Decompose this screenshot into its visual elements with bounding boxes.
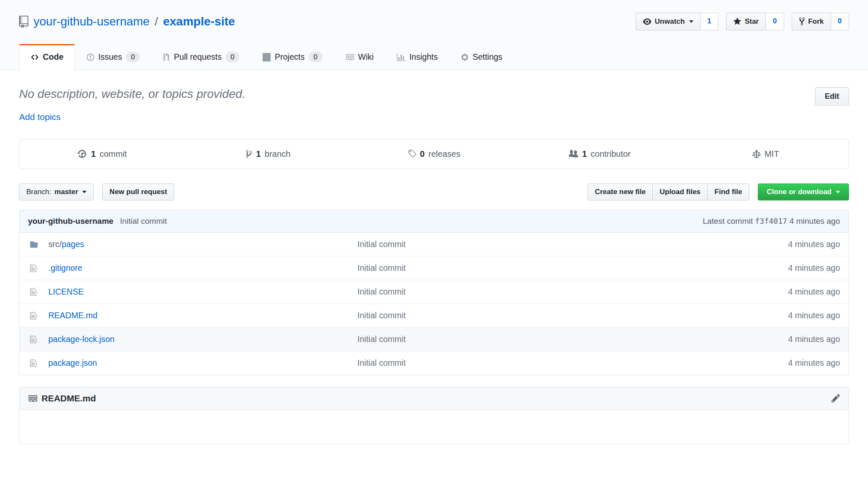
graph-icon xyxy=(397,52,406,62)
fork-button[interactable]: Fork xyxy=(792,13,831,31)
tab-code[interactable]: Code xyxy=(19,44,75,70)
file-actions-group: Create new file Upload files Find file xyxy=(587,184,749,200)
tab-pull-requests[interactable]: Pull requests 0 xyxy=(151,44,251,70)
releases-label: releases xyxy=(428,149,461,159)
commit-message-link[interactable]: Initial commit xyxy=(357,334,406,344)
license-stat[interactable]: MIT xyxy=(683,139,849,169)
repo-owner-link[interactable]: your-github-username xyxy=(33,15,150,28)
commits-stat[interactable]: 1 commit xyxy=(19,139,185,169)
forks-count[interactable]: 0 xyxy=(831,13,849,31)
tab-wiki[interactable]: Wiki xyxy=(334,44,385,70)
create-new-file-button[interactable]: Create new file xyxy=(587,184,652,200)
repo-stats-bar: 1 commit 1 branch 0 releases 1 contribut… xyxy=(19,139,849,169)
tab-wiki-label: Wiki xyxy=(358,52,374,62)
folder-path-prefix: src/ xyxy=(48,239,61,249)
file-name: LICENSE xyxy=(48,287,83,296)
releases-stat[interactable]: 0 releases xyxy=(351,139,517,169)
contributors-count: 1 xyxy=(582,149,587,159)
branches-count: 1 xyxy=(256,149,261,159)
chevron-down-icon xyxy=(836,191,840,193)
upload-files-button[interactable]: Upload files xyxy=(652,184,707,200)
commit-sha-link[interactable]: f3f4017 xyxy=(755,217,787,225)
file-name: pages xyxy=(61,239,84,249)
commit-message-link[interactable]: Initial commit xyxy=(357,358,406,367)
new-pull-request-button[interactable]: New pull request xyxy=(102,184,174,200)
file-link[interactable]: LICENSE xyxy=(48,287,83,296)
tab-settings[interactable]: Settings xyxy=(449,44,514,70)
commits-count: 1 xyxy=(91,149,96,159)
watchers-count[interactable]: 1 xyxy=(701,13,718,31)
file-age: 4 minutes ago xyxy=(713,334,840,344)
tab-insights-label: Insights xyxy=(409,52,438,62)
commit-message-link[interactable]: Initial commit xyxy=(357,263,406,273)
branches-label: branch xyxy=(264,149,290,159)
book-icon xyxy=(345,52,354,62)
readme-section: README.md xyxy=(19,387,849,444)
tab-projects[interactable]: Projects 0 xyxy=(251,44,334,70)
unwatch-button[interactable]: Unwatch xyxy=(636,13,701,31)
chevron-down-icon xyxy=(82,191,86,193)
commit-message-link[interactable]: Initial commit xyxy=(357,239,406,249)
file-link[interactable]: package.json xyxy=(48,358,97,367)
law-icon xyxy=(752,149,761,159)
file-age: 4 minutes ago xyxy=(713,287,840,297)
tab-code-label: Code xyxy=(43,52,64,62)
file-link[interactable]: src/pages xyxy=(48,239,84,249)
commit-time: 4 minutes ago xyxy=(790,217,840,225)
table-row: src/pages Initial commit 4 minutes ago xyxy=(19,233,849,256)
add-topics-link[interactable]: Add topics xyxy=(19,112,61,122)
contributors-stat[interactable]: 1 contributor xyxy=(517,139,683,169)
star-label: Star xyxy=(745,17,759,26)
find-file-button[interactable]: Find file xyxy=(707,184,749,200)
file-icon xyxy=(30,287,48,297)
tab-pull-requests-label: Pull requests xyxy=(174,52,222,62)
clone-or-download-button[interactable]: Clone or download xyxy=(758,184,849,200)
folder-icon xyxy=(30,239,48,249)
branches-stat[interactable]: 1 branch xyxy=(185,139,351,169)
license-label: MIT xyxy=(765,149,779,159)
tab-projects-label: Projects xyxy=(275,52,304,62)
tab-issues[interactable]: Issues 0 xyxy=(75,44,152,70)
commit-author-link[interactable]: your-github-username xyxy=(28,217,114,225)
tab-insights[interactable]: Insights xyxy=(385,44,449,70)
watch-button-group: Unwatch 1 xyxy=(636,13,718,31)
tab-issues-label: Issues xyxy=(98,52,122,62)
project-icon xyxy=(262,52,271,62)
table-row: package-lock.json Initial commit 4 minut… xyxy=(19,328,849,351)
clone-label: Clone or download xyxy=(767,188,832,196)
commit-message-link[interactable]: Initial commit xyxy=(120,217,167,225)
commit-message-link[interactable]: Initial commit xyxy=(357,311,406,320)
repo-nav: Code Issues 0 Pull requests 0 Projects 0… xyxy=(19,44,849,70)
table-row: LICENSE Initial commit 4 minutes ago xyxy=(19,280,849,304)
star-button[interactable]: Star xyxy=(726,13,766,31)
file-icon xyxy=(30,358,48,368)
file-name: package.json xyxy=(48,358,97,367)
git-pull-request-icon xyxy=(163,52,170,62)
chevron-down-icon xyxy=(689,20,693,23)
file-link[interactable]: README.md xyxy=(48,311,97,320)
code-icon xyxy=(31,52,39,62)
file-icon xyxy=(30,334,48,344)
file-link[interactable]: package-lock.json xyxy=(48,334,114,344)
star-button-group: Star 0 xyxy=(726,13,784,31)
latest-commit-label: Latest commit xyxy=(703,217,753,225)
repo-name-link[interactable]: example-site xyxy=(163,15,235,28)
releases-count: 0 xyxy=(420,149,425,159)
stargazers-count[interactable]: 0 xyxy=(766,13,784,31)
pencil-icon[interactable] xyxy=(832,393,840,403)
repo-title: your-github-username / example-site xyxy=(19,15,235,28)
commit-message-link[interactable]: Initial commit xyxy=(357,287,406,296)
file-age: 4 minutes ago xyxy=(713,239,840,249)
repo-pagehead: your-github-username / example-site Unwa… xyxy=(0,0,868,70)
fork-icon xyxy=(799,17,805,26)
repo-description: No description, website, or topics provi… xyxy=(19,87,245,101)
star-icon xyxy=(733,17,741,26)
gear-icon xyxy=(461,52,469,62)
file-link[interactable]: .gitignore xyxy=(48,263,82,273)
branch-prefix-label: Branch: xyxy=(26,188,51,196)
file-age: 4 minutes ago xyxy=(713,311,840,320)
branch-select-button[interactable]: Branch: master xyxy=(19,184,94,200)
file-age: 4 minutes ago xyxy=(713,263,840,273)
edit-description-button[interactable]: Edit xyxy=(815,87,849,106)
fork-button-group: Fork 0 xyxy=(792,13,849,31)
